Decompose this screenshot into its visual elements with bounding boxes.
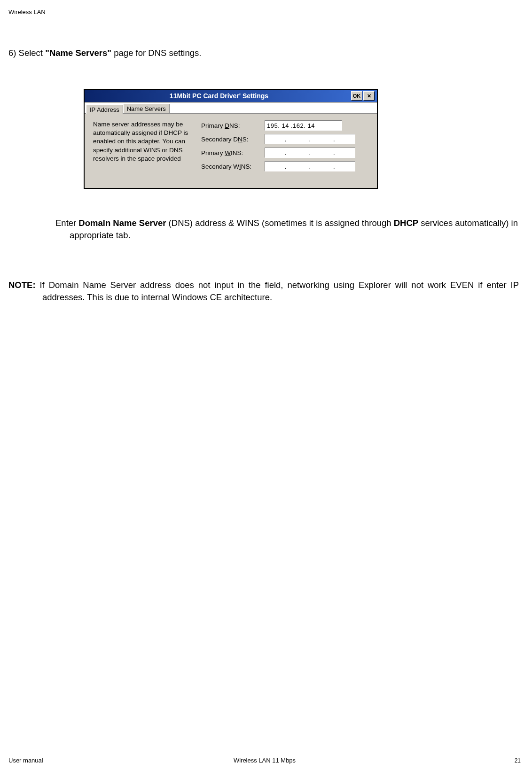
fields-column: Primary DNS: 195. 14 .162. 14 Secondary …	[201, 120, 368, 175]
row-secondary-wins: Secondary WINS: ...	[201, 161, 368, 171]
step-bold: "Name Servers"	[45, 48, 111, 58]
enter-b2: DHCP	[394, 218, 418, 228]
dialog-screenshot: 11Mbit PC Card Driver' Settings OK ✕ IP …	[84, 89, 524, 189]
step-line: 6) Select "Name Servers" page for DNS se…	[8, 48, 524, 58]
tab-ip-address[interactable]: IP Address	[86, 105, 123, 114]
titlebar-buttons: OK ✕	[351, 91, 375, 101]
close-button[interactable]: ✕	[363, 91, 375, 101]
step-rest: page for DNS settings.	[111, 48, 201, 58]
panel-body: Name server addresses may be automatical…	[85, 114, 377, 188]
label-secondary-dns: Secondary DNS:	[201, 136, 265, 143]
input-secondary-wins[interactable]: ...	[265, 161, 355, 171]
label-secondary-wins: Secondary WINS:	[201, 163, 265, 170]
row-primary-dns: Primary DNS: 195. 14 .162. 14	[201, 120, 368, 131]
row-secondary-dns: Secondary DNS: ...	[201, 134, 368, 144]
page-header-text: Wireless LAN	[8, 8, 46, 16]
step-prefix: 6) Select	[8, 48, 45, 58]
input-secondary-dns[interactable]: ...	[265, 134, 355, 144]
info-text: Name server addresses may be automatical…	[93, 120, 192, 175]
row-primary-wins: Primary WINS: ...	[201, 148, 368, 158]
note-text: If Domain Name Server address does not i…	[36, 280, 519, 302]
window-titlebar: 11Mbit PC Card Driver' Settings OK ✕	[85, 90, 377, 102]
settings-window: 11Mbit PC Card Driver' Settings OK ✕ IP …	[84, 89, 378, 189]
page-content: 6) Select "Name Servers" page for DNS se…	[8, 48, 524, 303]
page-footer: User manual Wireless LAN 11 Mbps 21	[8, 757, 521, 764]
label-primary-dns: Primary DNS:	[201, 122, 265, 129]
window-title: 11Mbit PC Card Driver' Settings	[87, 92, 351, 100]
enter-b1: Domain Name Server	[78, 218, 166, 228]
ok-button[interactable]: OK	[351, 91, 362, 101]
enter-pre: Enter	[55, 218, 78, 228]
footer-center: Wireless LAN 11 Mbps	[8, 757, 521, 764]
input-primary-dns[interactable]: 195. 14 .162. 14	[265, 120, 342, 131]
label-primary-wins: Primary WINS:	[201, 149, 265, 156]
tab-bar: IP Address Name Servers	[85, 102, 377, 114]
tab-name-servers[interactable]: Name Servers	[123, 104, 170, 113]
note-paragraph: NOTE: If Domain Name Server address does…	[8, 279, 519, 303]
enter-mid: (DNS) address & WINS (sometimes it is as…	[166, 218, 393, 228]
note-label: NOTE:	[8, 280, 36, 290]
enter-paragraph: Enter Domain Name Server (DNS) address &…	[8, 217, 519, 241]
input-primary-wins[interactable]: ...	[265, 148, 355, 158]
